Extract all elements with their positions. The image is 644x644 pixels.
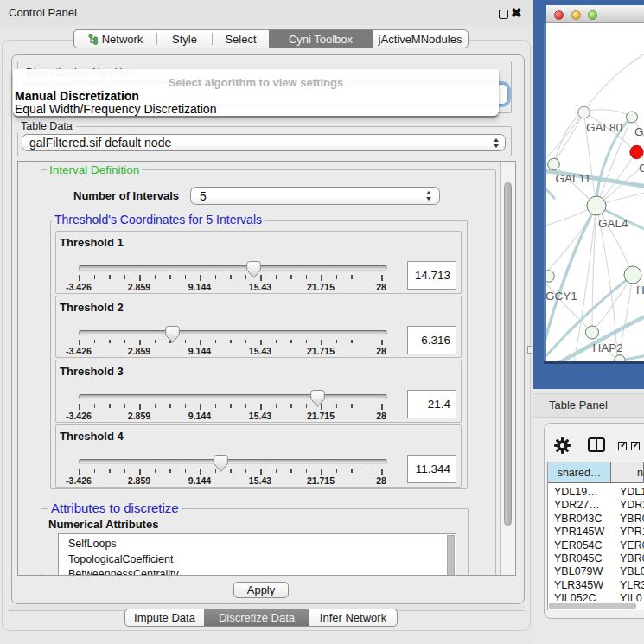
svg-text:H: H (636, 284, 644, 296)
svg-text:HAP2: HAP2 (593, 341, 623, 354)
svg-text:C: C (639, 162, 644, 175)
svg-text:GAL80: GAL80 (586, 121, 622, 134)
svg-text:GAL11: GAL11 (556, 172, 591, 185)
svg-text:GCY1: GCY1 (546, 290, 577, 303)
svg-text:GA: GA (634, 125, 644, 138)
svg-text:GAL4: GAL4 (598, 217, 628, 230)
